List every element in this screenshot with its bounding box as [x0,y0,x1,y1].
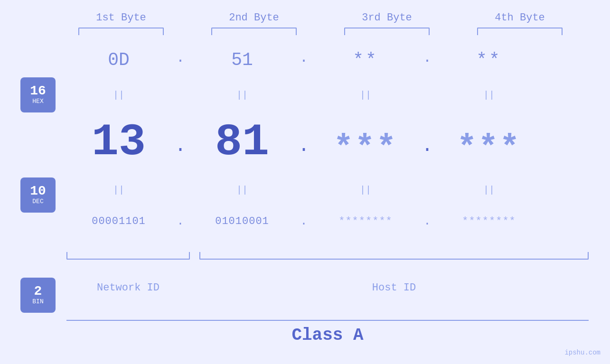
bin-b3: ******** [338,215,393,227]
dec-row: 13 . 81 . *** . *** [66,120,589,165]
dec-b3: *** [333,130,397,167]
byte1-label: 1st Byte [96,12,146,24]
class-divider [66,320,589,321]
byte3-bracket-top [344,28,430,35]
eq2-b4: || [437,185,541,196]
dot-dec-3: . [418,135,437,165]
hex-badge: 16 HEX [20,77,56,112]
bin-row: 00001101 . 01010001 . ******** . *******… [66,215,589,228]
dot-dec-1: . [171,135,190,165]
dec-b1: 13 [92,117,146,168]
bin-b4: ******** [462,215,516,227]
page-wrapper: 1st Byte 2nd Byte 3rd Byte 4th Byte 16 H… [0,0,610,364]
bin-badge: 2 BIN [20,278,56,313]
eq1-b1: || [66,90,171,101]
host-bracket-bottom [199,252,589,260]
bin-b2: 01010001 [215,215,269,227]
hex-b1: 0D [108,50,130,70]
eq-row-2: || || || || [66,185,589,196]
hex-b4: ** [476,50,502,70]
eq-row-1: || || || || [66,90,589,101]
byte2-bracket-top [211,28,297,35]
eq2-b1: || [66,185,171,196]
hex-row: 0D . 51 . ** . ** [66,50,589,70]
dot-hex-3: . [418,50,437,70]
eq1-b2: || [190,90,294,101]
dot-bin-1: . [171,215,190,228]
byte3-label: 3rd Byte [362,12,412,24]
dec-badge: 10 DEC [20,177,56,213]
dec-b2: 81 [215,117,269,168]
dec-b4: *** [457,130,521,167]
hex-b2: 51 [231,50,253,70]
byte4-label: 4th Byte [495,12,545,24]
byte2-label: 2nd Byte [229,12,279,24]
network-bracket-bottom [66,252,190,260]
byte4-bracket-top [477,28,563,35]
eq1-b3: || [313,90,418,101]
dot-bin-2: . [294,215,313,228]
eq2-b2: || [190,185,294,196]
hex-b3: ** [353,50,378,70]
host-id-label: Host ID [372,282,416,294]
dot-hex-2: . [294,50,313,70]
eq2-b3: || [313,185,418,196]
network-id-label: Network ID [97,282,160,294]
class-section: Class A [66,320,589,345]
id-labels-row: Network ID Host ID [66,282,589,294]
bottom-brackets-row [66,252,589,260]
class-label: Class A [291,326,363,345]
eq1-b4: || [437,90,541,101]
bin-b1: 00001101 [92,215,146,227]
byte1-bracket-top [78,28,164,35]
dot-bin-3: . [418,215,437,228]
watermark: ipshu.com [564,348,601,357]
dot-hex-1: . [171,50,190,70]
dot-dec-2: . [294,135,313,165]
